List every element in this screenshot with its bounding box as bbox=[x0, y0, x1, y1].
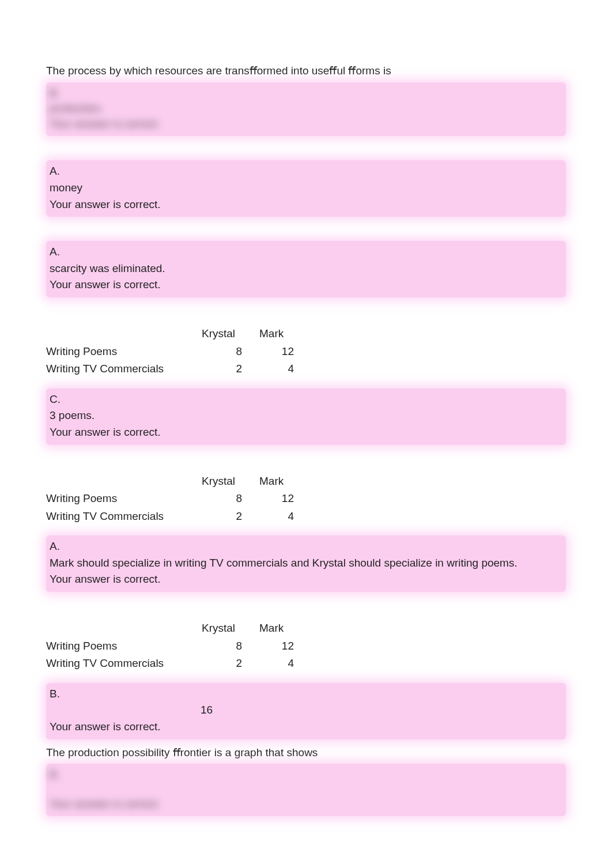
answer-letter: A. bbox=[48, 244, 564, 260]
answer-text: money bbox=[48, 180, 564, 196]
cell-value: 2 bbox=[202, 655, 259, 673]
table-row: Writing Poems 8 12 bbox=[46, 343, 300, 361]
cell-value: 8 bbox=[202, 490, 259, 508]
answer-letter: A. bbox=[48, 164, 564, 179]
cell-value: 12 bbox=[259, 637, 300, 655]
answer-text-blurred bbox=[48, 783, 564, 797]
answer-text: scarcity was eliminated. bbox=[48, 261, 564, 277]
data-table: Krystal Mark Writing Poems 8 12 Writing … bbox=[46, 473, 300, 526]
answer-block: B. Your answer is correct. bbox=[46, 764, 566, 816]
col-header: Krystal bbox=[202, 325, 259, 343]
question-3: A. scarcity was eliminated. Your answer … bbox=[46, 241, 566, 297]
col-header: Mark bbox=[259, 620, 300, 637]
row-label: Writing Poems bbox=[46, 637, 202, 655]
answer-feedback-blurred: Your answer is correct. bbox=[48, 116, 564, 132]
answer-feedback: Your answer is correct. bbox=[48, 277, 564, 293]
cell-value: 4 bbox=[259, 360, 300, 378]
col-header: Mark bbox=[259, 473, 300, 490]
table-row: Krystal Mark bbox=[46, 325, 300, 343]
answer-text-blurred: production. bbox=[48, 101, 564, 116]
row-label: Writing TV Commercials bbox=[46, 360, 202, 378]
answer-feedback: Your answer is correct. bbox=[48, 197, 564, 213]
answer-text: 3 poems. bbox=[48, 408, 564, 424]
answer-feedback: Your answer is correct. bbox=[48, 425, 564, 440]
answer-letter: C. bbox=[48, 392, 564, 407]
table-row: Writing Poems 8 12 bbox=[46, 490, 300, 508]
cell-value: 8 bbox=[202, 343, 259, 361]
question-4: Krystal Mark Writing Poems 8 12 Writing … bbox=[46, 325, 566, 445]
table-row: Krystal Mark bbox=[46, 620, 300, 637]
answer-letter-blurred: B. bbox=[48, 86, 564, 101]
col-header: Krystal bbox=[202, 620, 259, 637]
question-text: The production possibility ﬀrontier is a… bbox=[46, 745, 566, 761]
numeric-answer: 16 bbox=[201, 704, 213, 716]
cell-value: 2 bbox=[202, 508, 259, 526]
answer-block: C. 3 poems. Your answer is correct. bbox=[46, 388, 566, 445]
cell-value: 4 bbox=[259, 655, 300, 673]
col-header: Krystal bbox=[202, 473, 259, 490]
col-header: Mark bbox=[259, 325, 300, 343]
answer-block: A. scarcity was eliminated. Your answer … bbox=[46, 241, 566, 297]
question-5: Krystal Mark Writing Poems 8 12 Writing … bbox=[46, 473, 566, 592]
question-1: The process by which resources are trans… bbox=[46, 63, 566, 136]
question-2: A. money Your answer is correct. bbox=[46, 160, 566, 217]
table-row: Writing TV Commercials 2 4 bbox=[46, 508, 300, 526]
answer-value: 16 bbox=[48, 703, 564, 718]
cell-value: 8 bbox=[202, 637, 259, 655]
cell-value: 12 bbox=[259, 490, 300, 508]
answer-block: A. money Your answer is correct. bbox=[46, 160, 566, 217]
row-label: Writing TV Commercials bbox=[46, 508, 202, 526]
answer-feedback: Your answer is correct. bbox=[48, 719, 564, 735]
cell-value: 12 bbox=[259, 343, 300, 361]
question-6: Krystal Mark Writing Poems 8 12 Writing … bbox=[46, 620, 566, 739]
answer-text: Mark should specialize in writing TV com… bbox=[48, 556, 564, 571]
row-label: Writing Poems bbox=[46, 343, 202, 361]
answer-block: B. 16 Your answer is correct. bbox=[46, 683, 566, 739]
answer-feedback: Your answer is correct. bbox=[48, 572, 564, 587]
answer-letter: A. bbox=[48, 539, 564, 554]
data-table: Krystal Mark Writing Poems 8 12 Writing … bbox=[46, 620, 300, 673]
table-row: Writing TV Commercials 2 4 bbox=[46, 655, 300, 673]
cell-value: 4 bbox=[259, 508, 300, 526]
data-table: Krystal Mark Writing Poems 8 12 Writing … bbox=[46, 325, 300, 378]
row-label: Writing Poems bbox=[46, 490, 202, 508]
answer-letter-blurred: B. bbox=[48, 767, 564, 783]
question-text: The process by which resources are trans… bbox=[46, 63, 566, 79]
question-7: The production possibility ﬀrontier is a… bbox=[46, 745, 566, 817]
table-row: Krystal Mark bbox=[46, 473, 300, 490]
answer-block: A. Mark should specialize in writing TV … bbox=[46, 535, 566, 592]
answer-letter: B. bbox=[48, 686, 564, 702]
table-row: Writing Poems 8 12 bbox=[46, 637, 300, 655]
answer-feedback-blurred: Your answer is correct. bbox=[48, 797, 564, 812]
cell-value: 2 bbox=[202, 360, 259, 378]
row-label: Writing TV Commercials bbox=[46, 655, 202, 673]
table-row: Writing TV Commercials 2 4 bbox=[46, 360, 300, 378]
answer-block: B. production. Your answer is correct. bbox=[46, 82, 566, 137]
